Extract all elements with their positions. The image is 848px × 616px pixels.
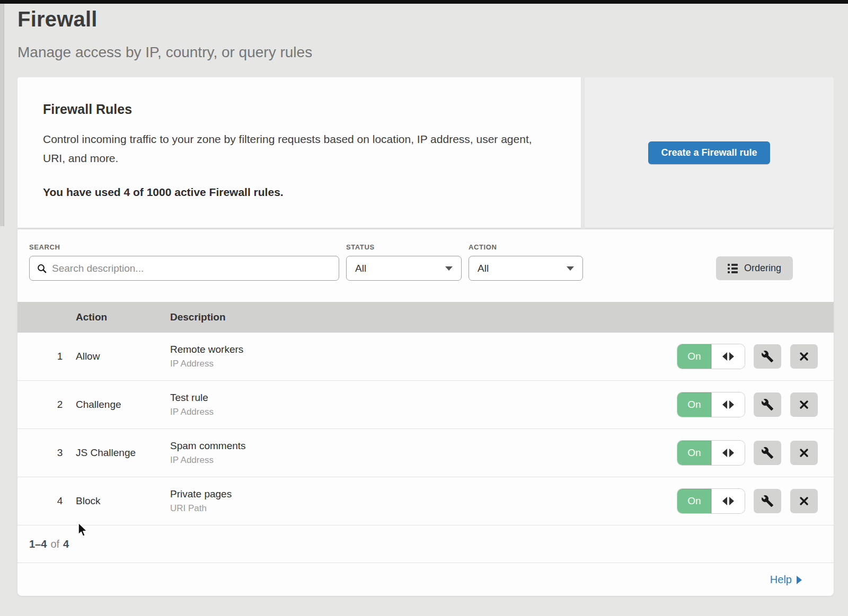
pagination-total: 4: [63, 538, 69, 550]
firewall-rules-info: Firewall Rules Control incoming traffic …: [17, 77, 581, 228]
edit-rule-button[interactable]: [754, 344, 781, 369]
close-icon: [799, 448, 809, 458]
rule-controls: On: [677, 489, 834, 513]
column-header-action: Action: [76, 311, 170, 323]
close-icon: [799, 351, 809, 362]
window-top-edge: [0, 0, 848, 4]
table-row: 3 JS Challenge Spam comments IP Address …: [17, 429, 834, 477]
table-header: Action Description: [17, 302, 834, 333]
status-selected-value: All: [355, 263, 366, 274]
rule-match-type: IP Address: [170, 407, 677, 417]
toggle-on-label: On: [677, 441, 711, 465]
rule-description-cell: Spam comments IP Address: [170, 440, 677, 466]
table-row: 2 Challenge Test rule IP Address On: [17, 381, 834, 429]
search-input[interactable]: [52, 263, 331, 274]
search-label: SEARCH: [29, 243, 339, 251]
rule-match-type: URI Path: [170, 503, 677, 514]
firewall-rules-card: Firewall Rules Control incoming traffic …: [17, 77, 834, 228]
action-select[interactable]: All: [469, 256, 583, 281]
rule-match-type: IP Address: [170, 455, 677, 466]
help-link-label: Help: [770, 574, 792, 586]
rule-description: Remote workers: [170, 344, 677, 355]
status-label: STATUS: [346, 243, 462, 251]
toggle-on-label: On: [677, 392, 711, 417]
table-row: 4 Block Private pages URI Path On: [17, 477, 834, 525]
wrench-icon: [761, 447, 774, 459]
create-rule-panel: Create a Firewall rule: [585, 77, 834, 228]
status-filter: STATUS All: [339, 243, 462, 281]
toggle-handle[interactable]: [711, 441, 745, 465]
list-ordering-icon: [728, 264, 738, 273]
edit-rule-button[interactable]: [754, 392, 781, 417]
rule-match-type: IP Address: [170, 359, 677, 369]
chevron-down-icon: [567, 266, 574, 271]
edit-rule-button[interactable]: [754, 441, 781, 465]
page-title: Firewall: [17, 7, 834, 31]
toggle-on-label: On: [677, 344, 711, 369]
wrench-icon: [761, 350, 774, 363]
rule-controls: On: [677, 441, 834, 465]
toggle-handle[interactable]: [711, 392, 745, 417]
card-title: Firewall Rules: [43, 102, 555, 117]
delete-rule-button[interactable]: [790, 441, 818, 465]
rule-description: Test rule: [170, 392, 677, 404]
help-row: Help: [17, 563, 834, 596]
table-row: 1 Allow Remote workers IP Address On: [17, 333, 834, 381]
filters-bar: SEARCH STATUS All ACTION: [17, 229, 834, 302]
rule-action: Block: [76, 495, 170, 507]
create-firewall-rule-button[interactable]: Create a Firewall rule: [648, 141, 770, 164]
rule-priority: 1: [44, 351, 76, 362]
column-header-description: Description: [170, 311, 834, 323]
arrow-right-icon: [729, 449, 734, 457]
arrow-left-icon: [722, 449, 727, 457]
pagination: 1–4 of 4: [17, 525, 834, 563]
rule-priority: 2: [44, 399, 76, 410]
arrow-right-icon: [729, 497, 734, 505]
status-select[interactable]: All: [346, 256, 462, 281]
rule-priority: 4: [44, 495, 76, 507]
wrench-icon: [761, 398, 774, 411]
search-filter: SEARCH: [29, 243, 339, 281]
rule-enabled-toggle[interactable]: On: [677, 392, 745, 417]
help-link[interactable]: Help: [770, 574, 802, 586]
rule-description-cell: Remote workers IP Address: [170, 344, 677, 369]
rule-enabled-toggle[interactable]: On: [677, 441, 745, 465]
arrow-right-icon: [729, 400, 734, 409]
arrow-left-icon: [722, 352, 727, 361]
rules-usage-text: You have used 4 of 1000 active Firewall …: [43, 186, 555, 199]
arrow-right-icon: [729, 352, 734, 361]
search-icon: [37, 264, 47, 273]
delete-rule-button[interactable]: [790, 489, 818, 513]
pagination-of: of: [50, 538, 59, 550]
arrow-left-icon: [722, 497, 727, 505]
rule-description: Private pages: [170, 488, 677, 500]
action-selected-value: All: [478, 263, 489, 274]
edit-rule-button[interactable]: [754, 489, 781, 513]
rule-action: Challenge: [76, 399, 170, 410]
window-left-edge: [0, 4, 4, 226]
action-label: ACTION: [469, 243, 583, 251]
search-box[interactable]: [29, 256, 339, 281]
delete-rule-button[interactable]: [790, 392, 818, 417]
rule-description-cell: Test rule IP Address: [170, 392, 677, 417]
toggle-handle[interactable]: [711, 489, 745, 513]
action-filter: ACTION All: [462, 243, 583, 281]
rule-action: Allow: [76, 351, 170, 362]
rule-enabled-toggle[interactable]: On: [677, 489, 745, 513]
rule-description: Spam comments: [170, 440, 677, 452]
arrow-right-icon: [797, 576, 802, 584]
rule-enabled-toggle[interactable]: On: [677, 344, 745, 369]
ordering-button[interactable]: Ordering: [716, 256, 793, 280]
delete-rule-button[interactable]: [790, 344, 818, 369]
firewall-page: Firewall Manage access by IP, country, o…: [17, 0, 834, 596]
wrench-icon: [761, 495, 774, 507]
chevron-down-icon: [445, 266, 453, 271]
pagination-range: 1–4: [29, 538, 47, 550]
toggle-on-label: On: [677, 489, 711, 513]
rule-controls: On: [677, 392, 834, 417]
toggle-handle[interactable]: [711, 344, 745, 369]
card-description: Control incoming traffic to your zone by…: [43, 130, 546, 168]
rule-description-cell: Private pages URI Path: [170, 488, 677, 514]
close-icon: [799, 399, 809, 410]
close-icon: [799, 496, 809, 506]
